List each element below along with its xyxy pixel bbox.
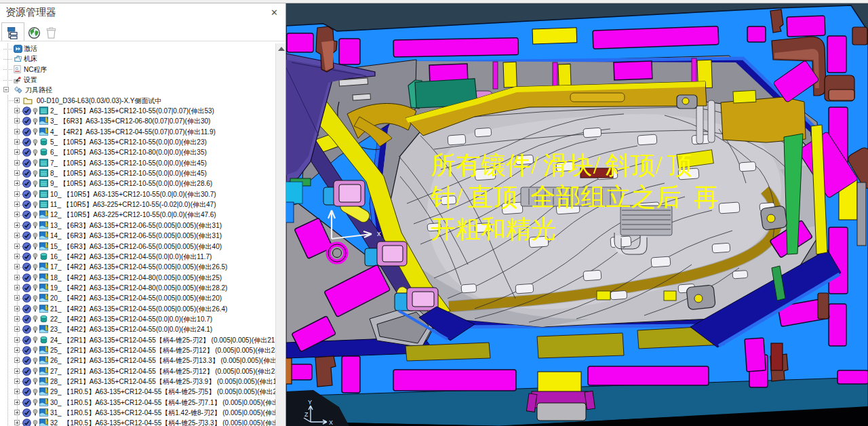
svg-text:Y: Y — [308, 399, 312, 406]
svg-text:G: G — [16, 66, 19, 71]
svg-text:所有镶件/ 滑块/ 斜顶/ 顶: 所有镶件/ 滑块/ 斜顶/ 顶 — [431, 151, 692, 179]
svg-text:针/ 直顶 全部组立之后 再: 针/ 直顶 全部组立之后 再 — [430, 183, 719, 211]
svg-text:X: X — [329, 419, 333, 426]
svg-text:Z: Z — [304, 411, 309, 418]
svg-text:开粗和精光: 开粗和精光 — [431, 215, 556, 243]
svg-text:x: x — [377, 229, 381, 237]
